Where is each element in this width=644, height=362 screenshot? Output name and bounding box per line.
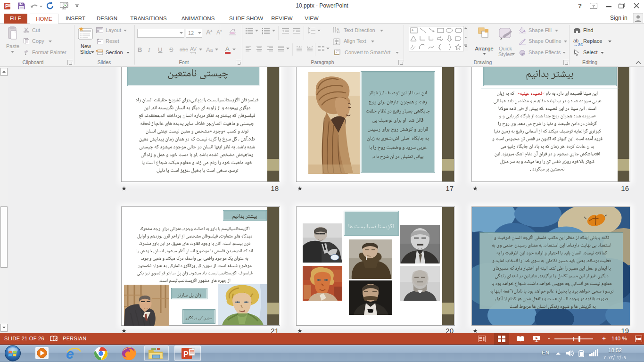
svg-text:A: A [337, 27, 339, 32]
svg-text:A: A [412, 29, 413, 32]
svg-text:P: P [183, 350, 189, 358]
